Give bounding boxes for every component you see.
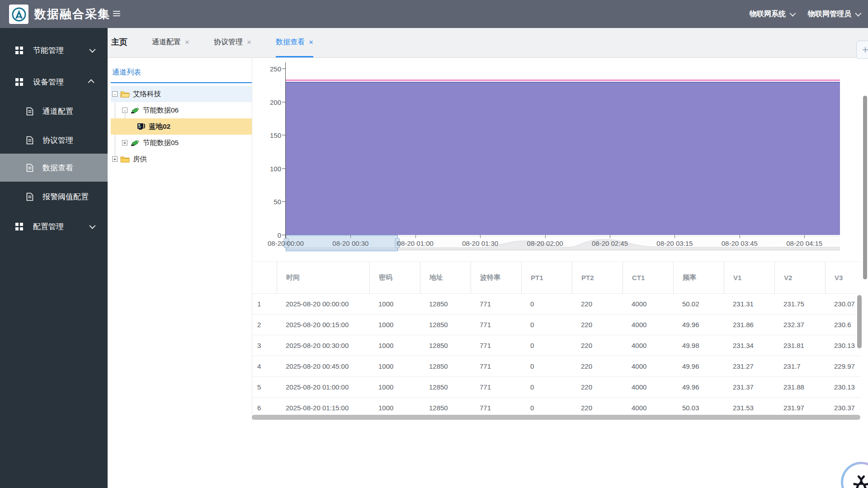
table-row[interactable]: 52025-08-20 01:00:0010001285077102204000… xyxy=(252,377,861,398)
table-cell: 1000 xyxy=(369,321,420,328)
column-header[interactable]: V3 xyxy=(825,262,861,293)
tree-node-company[interactable]: - 艾络科技 xyxy=(111,86,252,102)
x-axis-tick xyxy=(415,235,416,238)
add-tab-button[interactable]: + xyxy=(856,41,868,59)
x-axis-label: 08-20 00:00 xyxy=(268,239,304,247)
tree-node-landi-02[interactable]: 蓝地02 xyxy=(111,118,252,135)
column-header[interactable]: 时间 xyxy=(277,262,369,293)
tree-node-label: 节能数据05 xyxy=(143,138,179,148)
sidebar-item-energy-mgmt[interactable]: 节能管理 xyxy=(0,38,108,63)
horizontal-scrollbar[interactable] xyxy=(252,415,860,420)
table-cell: 4000 xyxy=(623,342,673,349)
sidebar-item-device-mgmt[interactable]: 设备管理 xyxy=(0,69,108,94)
tab-protocol-mgmt[interactable]: 协议管理 × xyxy=(214,28,251,57)
sidebar-item-alarm-threshold[interactable]: 报警阈值配置 xyxy=(0,184,108,209)
chevron-down-icon xyxy=(89,223,95,229)
x-axis-label: 08-20 02:00 xyxy=(527,239,563,247)
sidebar-item-label: 通道配置 xyxy=(42,106,73,117)
table-row[interactable]: 42025-08-20 00:45:0010001285077102204000… xyxy=(252,356,861,377)
chart-x-ticks xyxy=(286,235,840,239)
tree-node-fanggong[interactable]: + 房供 xyxy=(111,151,252,167)
tree-node-label: 节能数据06 xyxy=(143,106,179,115)
table-cell: 231.97 xyxy=(774,404,825,412)
floating-assistant-button[interactable] xyxy=(841,462,868,488)
main-vertical-scrollbar[interactable] xyxy=(863,96,867,279)
user-menu[interactable]: 物联网管理员 xyxy=(808,9,860,19)
column-header[interactable]: 地址 xyxy=(420,262,471,293)
table-cell: 231.37 xyxy=(724,383,774,391)
column-header[interactable]: 密码 xyxy=(369,262,420,293)
menu-toggle-icon[interactable] xyxy=(113,11,121,17)
column-header[interactable]: PT1 xyxy=(521,262,572,293)
y-axis-label: 100 xyxy=(270,164,281,172)
table-cell: 49.98 xyxy=(673,342,724,349)
expand-icon[interactable]: + xyxy=(122,140,127,145)
table-cell: 2025-08-20 01:15:00 xyxy=(277,404,369,412)
sidebar-item-protocol-mgmt[interactable]: 协议管理 xyxy=(0,127,108,153)
series-area-V3 xyxy=(286,82,840,235)
table-cell: 4000 xyxy=(623,404,673,412)
app-header: 数据融合采集 物联网系统 物联网管理员 xyxy=(0,0,868,28)
close-icon[interactable]: × xyxy=(309,38,313,46)
table-row[interactable]: 32025-08-20 00:30:0010001285077102204000… xyxy=(252,335,861,356)
column-header[interactable]: PT2 xyxy=(572,262,623,293)
table-cell: 231.27 xyxy=(724,362,774,370)
table-row[interactable]: 22025-08-20 00:15:0010001285077102204000… xyxy=(252,314,861,335)
table-cell: 771 xyxy=(471,300,521,308)
table-row[interactable]: 12025-08-20 00:00:0010001285077102204000… xyxy=(252,294,861,314)
tab-home[interactable]: 主页 xyxy=(111,28,127,57)
table-cell: 771 xyxy=(471,404,521,412)
close-icon[interactable]: × xyxy=(247,38,251,46)
table-cell: 12850 xyxy=(420,362,471,370)
x-axis-tick xyxy=(610,235,610,238)
sidebar-item-config-mgmt[interactable]: 配置管理 xyxy=(0,214,108,239)
table-cell: 49.96 xyxy=(673,321,724,328)
device-icon xyxy=(130,106,140,114)
collapse-icon[interactable]: - xyxy=(112,91,118,97)
table-cell: 220 xyxy=(572,342,623,349)
close-icon[interactable]: × xyxy=(185,38,189,46)
tree-node-channel-05[interactable]: + 节能数据05 xyxy=(111,135,252,151)
x-axis-label: 08-20 01:00 xyxy=(397,239,434,247)
expand-icon[interactable]: + xyxy=(112,156,118,162)
chevron-down-icon xyxy=(89,47,95,53)
x-axis-tick xyxy=(286,235,286,238)
column-header[interactable]: 频率 xyxy=(673,262,724,293)
column-header[interactable]: V1 xyxy=(724,262,774,293)
table-cell: 0 xyxy=(521,342,572,349)
sidebar-item-data-view[interactable]: 数据查看 xyxy=(0,154,108,182)
x-axis-tick xyxy=(350,235,351,238)
table-cell: 12850 xyxy=(420,321,471,328)
channel-tree-panel: 通道列表 - 艾络科技 - 节能数据06 xyxy=(111,68,252,167)
tab-data-view[interactable]: 数据查看 × xyxy=(276,28,313,57)
tree-node-channel-06[interactable]: - 节能数据06 xyxy=(111,102,252,118)
tab-label: 协议管理 xyxy=(214,38,243,47)
column-header[interactable]: 波特率 xyxy=(471,262,521,293)
table-cell: 771 xyxy=(471,362,521,370)
sidebar-item-channel-config[interactable]: 通道配置 xyxy=(0,99,108,124)
table-cell: 1000 xyxy=(369,342,420,349)
document-icon xyxy=(26,192,33,201)
column-header[interactable] xyxy=(252,262,277,293)
tab-bar: 主页 通道配置 × 协议管理 × 数据查看 × + xyxy=(108,28,868,58)
table-cell: 1 xyxy=(252,300,277,308)
tab-channel-config[interactable]: 通道配置 × xyxy=(152,28,189,57)
column-header[interactable]: CT1 xyxy=(623,262,673,293)
collapse-icon[interactable]: - xyxy=(122,108,127,113)
data-table: 时间密码地址波特率PT1PT2CT1频率V1V2V312025-08-20 00… xyxy=(252,261,861,418)
system-menu[interactable]: 物联网系统 xyxy=(750,9,794,19)
table-cell: 12850 xyxy=(420,342,471,349)
table-vertical-scrollbar[interactable] xyxy=(857,295,862,348)
table-cell: 230.13 xyxy=(825,383,861,391)
sidebar-item-label: 配置管理 xyxy=(33,221,64,232)
table-cell: 50.03 xyxy=(673,404,724,412)
chart-x-axis: 08-20 00:0008-20 00:3008-20 01:0008-20 0… xyxy=(286,239,840,249)
device-icon xyxy=(130,139,140,147)
table-cell: 12850 xyxy=(420,383,471,391)
y-axis-label: 250 xyxy=(270,65,281,73)
table-cell: 3 xyxy=(252,342,277,349)
table-cell: 230.13 xyxy=(825,342,861,349)
sidebar-item-label: 设备管理 xyxy=(33,77,64,87)
y-axis-tick xyxy=(282,69,285,69)
column-header[interactable]: V2 xyxy=(774,262,825,293)
